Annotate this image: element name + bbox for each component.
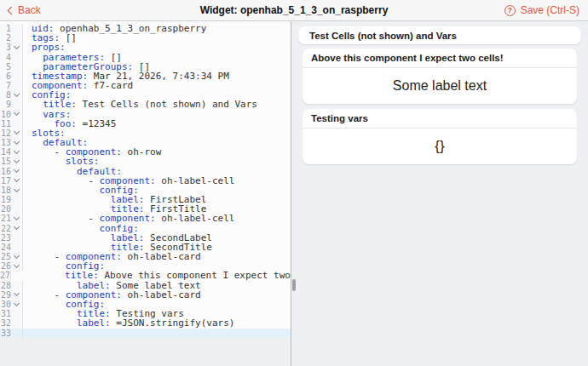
fold-chevron-down-icon[interactable] bbox=[11, 43, 22, 52]
fold-chevron-down-icon[interactable] bbox=[11, 167, 22, 176]
fold-spacer bbox=[11, 100, 22, 109]
navbar-right: ? Save (Ctrl-S) bbox=[496, 0, 588, 20]
line-number: 23 bbox=[0, 233, 11, 243]
line-number: 8 bbox=[0, 90, 11, 100]
card-body[interactable]: Some label text bbox=[303, 68, 577, 104]
fold-spacer bbox=[11, 81, 22, 90]
line-number: 12 bbox=[0, 129, 11, 138]
line-number: 21 bbox=[0, 214, 11, 223]
save-button[interactable]: Save (Ctrl-S) bbox=[521, 4, 579, 16]
navbar: Back Widget: openhab_5_1_3_on_raspberry … bbox=[0, 0, 588, 21]
fold-chevron-down-icon[interactable] bbox=[11, 157, 22, 166]
line-number: 5 bbox=[0, 62, 11, 71]
line-number: 27 bbox=[0, 271, 10, 280]
line-number: 32 bbox=[0, 318, 11, 328]
help-icon[interactable]: ? bbox=[504, 5, 516, 16]
line-number: 18 bbox=[0, 186, 11, 195]
line-number: 33 bbox=[0, 329, 11, 338]
widget-preview: Test Cells (not shown) and Vars Above th… bbox=[291, 21, 588, 366]
line-number: 16 bbox=[0, 167, 11, 176]
line-number: 14 bbox=[0, 147, 11, 157]
line-number: 31 bbox=[0, 309, 11, 318]
back-label: Back bbox=[18, 4, 41, 16]
fold-spacer bbox=[11, 24, 22, 33]
line-number: 22 bbox=[0, 224, 11, 233]
code-text: label: =JSON.stringify(vars) bbox=[22, 318, 291, 328]
fold-chevron-down-icon[interactable] bbox=[11, 147, 22, 157]
fold-chevron-down-icon[interactable] bbox=[11, 290, 22, 300]
fold-spacer bbox=[11, 329, 22, 338]
main-split: 1uid: openhab_5_1_3_on_raspberry2tags: [… bbox=[0, 21, 588, 366]
line-number: 24 bbox=[0, 243, 11, 252]
fold-chevron-down-icon[interactable] bbox=[11, 224, 22, 233]
fold-spacer bbox=[11, 53, 22, 62]
line-number: 4 bbox=[0, 53, 11, 62]
code-lines[interactable]: 1uid: openhab_5_1_3_on_raspberry2tags: [… bbox=[0, 21, 291, 338]
line-number: 26 bbox=[0, 261, 11, 271]
line-number: 25 bbox=[0, 252, 11, 261]
fold-chevron-down-icon[interactable] bbox=[11, 90, 22, 100]
outer-card-header: Test Cells (not shown) and Vars bbox=[298, 26, 581, 44]
code-line[interactable]: 33 bbox=[0, 329, 291, 338]
fold-spacer bbox=[11, 309, 22, 318]
fold-spacer bbox=[11, 233, 22, 243]
editor-scrollbar-thumb[interactable] bbox=[292, 279, 296, 291]
line-number: 19 bbox=[0, 195, 11, 204]
card-header: Testing vars bbox=[303, 109, 577, 129]
fold-chevron-down-icon[interactable] bbox=[11, 110, 22, 119]
line-number: 11 bbox=[0, 119, 11, 129]
line-number: 28 bbox=[0, 281, 11, 290]
fold-spacer bbox=[11, 318, 22, 328]
line-number: 9 bbox=[0, 100, 11, 109]
code-text bbox=[22, 329, 291, 338]
fold-chevron-down-icon[interactable] bbox=[11, 300, 22, 309]
fold-chevron-down-icon[interactable] bbox=[11, 186, 22, 195]
line-number: 30 bbox=[0, 300, 11, 309]
fold-chevron-down-icon[interactable] bbox=[11, 138, 22, 147]
fold-spacer bbox=[11, 281, 22, 290]
line-number: 7 bbox=[0, 81, 11, 90]
card-body[interactable]: {} bbox=[303, 129, 577, 164]
code-line[interactable]: 32 label: =JSON.stringify(vars) bbox=[0, 318, 291, 328]
fold-chevron-down-icon[interactable] bbox=[11, 252, 22, 261]
fold-spacer bbox=[11, 71, 22, 81]
fold-spacer bbox=[11, 62, 22, 71]
fold-spacer bbox=[11, 195, 22, 204]
fold-spacer bbox=[11, 243, 22, 252]
outer-card-title: Test Cells (not shown) and Vars bbox=[309, 31, 457, 41]
line-number: 20 bbox=[0, 204, 11, 214]
card-title: Testing vars bbox=[311, 113, 368, 123]
label-card-2[interactable]: Testing vars {} bbox=[303, 109, 577, 164]
card-label: {} bbox=[435, 138, 444, 155]
line-number: 2 bbox=[0, 33, 11, 43]
line-number: 3 bbox=[0, 43, 11, 52]
line-number: 1 bbox=[0, 24, 11, 33]
line-number: 13 bbox=[0, 138, 11, 147]
card-header: Above this component I expect two cells! bbox=[303, 49, 577, 68]
fold-spacer bbox=[11, 33, 22, 43]
line-number: 29 bbox=[0, 290, 11, 300]
label-card-1[interactable]: Above this component I expect two cells!… bbox=[303, 49, 577, 104]
fold-chevron-down-icon[interactable] bbox=[11, 214, 22, 223]
card-title: Above this component I expect two cells! bbox=[311, 53, 504, 63]
fold-chevron-down-icon[interactable] bbox=[11, 176, 22, 186]
chevron-left-icon bbox=[8, 7, 16, 15]
card-label: Some label text bbox=[393, 78, 487, 94]
fold-spacer bbox=[11, 119, 22, 129]
line-number: 15 bbox=[0, 157, 11, 166]
line-number: 17 bbox=[0, 176, 11, 186]
back-button[interactable]: Back bbox=[0, 0, 49, 20]
line-number: 10 bbox=[0, 110, 11, 119]
fold-spacer bbox=[11, 204, 22, 214]
fold-chevron-down-icon[interactable] bbox=[11, 129, 22, 138]
yaml-editor[interactable]: 1uid: openhab_5_1_3_on_raspberry2tags: [… bbox=[0, 21, 291, 366]
line-number: 6 bbox=[0, 71, 11, 81]
